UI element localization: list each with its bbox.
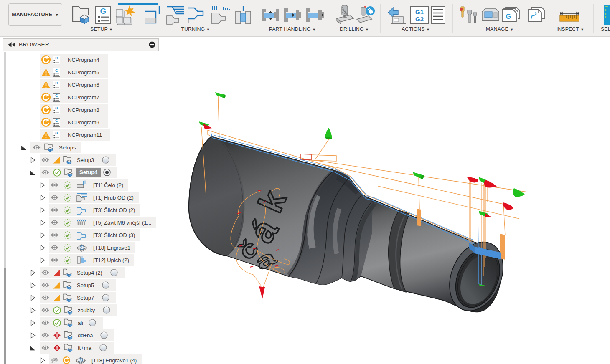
- svg-text:G2: G2: [415, 15, 424, 23]
- svg-text:G1: G1: [415, 8, 424, 15]
- svg-text:G: G: [100, 7, 107, 15]
- svg-text:G: G: [506, 13, 511, 20]
